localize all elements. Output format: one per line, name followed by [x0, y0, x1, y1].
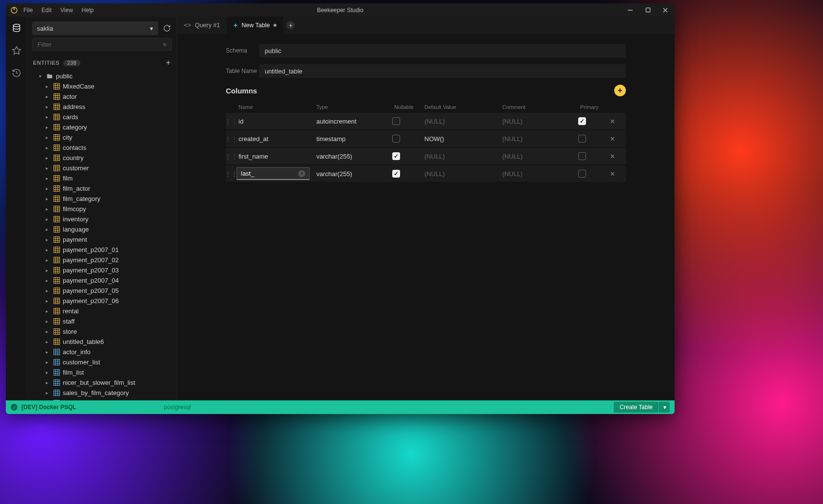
table-node[interactable]: ▸customer [27, 163, 177, 173]
table-node[interactable]: ▸country [27, 153, 177, 163]
table-node[interactable]: ▸payment_p2007_03 [27, 265, 177, 275]
create-table-dropdown[interactable]: ▾ [659, 402, 670, 413]
remove-column-button[interactable]: ✕ [603, 135, 622, 143]
column-type[interactable]: varchar(255) [314, 170, 392, 178]
table-node[interactable]: ▸film_category [27, 194, 177, 204]
table-node[interactable]: ▸payment_p2007_06 [27, 296, 177, 306]
column-default[interactable]: (NULL) [422, 170, 500, 178]
menu-view[interactable]: View [60, 7, 73, 14]
primary-checkbox[interactable] [578, 152, 586, 160]
view-node[interactable]: ▸sales_by_film_category [27, 388, 177, 398]
table-node[interactable]: ▸contacts [27, 143, 177, 153]
table-node[interactable]: ▸cards [27, 112, 177, 122]
view-node[interactable]: ▸customer_list [27, 357, 177, 367]
table-node[interactable]: ▸payment_p2007_02 [27, 255, 177, 265]
table-node[interactable]: ▸filmcopy [27, 204, 177, 214]
column-type[interactable]: varchar(255) [314, 153, 392, 160]
add-column-button[interactable]: + [614, 85, 626, 96]
schema-node[interactable]: ▾ public [27, 71, 177, 81]
menu-file[interactable]: File [23, 7, 33, 14]
column-comment[interactable]: (NULL) [500, 170, 578, 178]
table-node[interactable]: ▸payment_p2007_05 [27, 286, 177, 296]
view-node[interactable]: ▸actor_info [27, 347, 177, 357]
create-table-button[interactable]: Create Table [614, 402, 658, 413]
table-icon [53, 318, 60, 324]
schema-input[interactable]: public [259, 44, 626, 57]
remove-column-button[interactable]: ✕ [603, 153, 622, 160]
columns-table: Name Type Nullable Default Value Comment… [226, 101, 626, 182]
menu-edit[interactable]: Edit [41, 7, 52, 14]
tab-new-table[interactable]: + New Table [227, 17, 283, 34]
add-entity-button[interactable]: + [166, 58, 171, 67]
column-name[interactable]: created_at [237, 135, 314, 143]
table-node[interactable]: ▸film_actor [27, 183, 177, 194]
table-node[interactable]: ▸payment_p2007_01 [27, 245, 177, 255]
remove-column-button[interactable]: ✕ [603, 170, 622, 178]
clear-icon[interactable]: ✕ [298, 170, 305, 177]
view-node[interactable]: ▸film_list [27, 367, 177, 378]
table-node[interactable]: ▸MixedCase [27, 81, 177, 91]
connection-select[interactable]: saklia ▾ [32, 21, 158, 35]
table-node[interactable]: ▸inventory [27, 214, 177, 224]
table-node[interactable]: ▸category [27, 122, 177, 132]
star-icon[interactable] [11, 45, 22, 56]
table-node[interactable]: ▸actor [27, 91, 177, 102]
column-type[interactable]: autoincrement [314, 118, 392, 125]
table-node[interactable]: ▸payment [27, 234, 177, 245]
filter-menu-icon[interactable]: ≡ [163, 41, 166, 48]
column-comment[interactable]: (NULL) [500, 153, 578, 160]
app-logo-icon [10, 6, 18, 15]
primary-checkbox[interactable] [578, 170, 586, 178]
view-node[interactable]: ▸nicer_but_slower_film_list [27, 378, 177, 388]
filter-input[interactable]: Filter ≡ [32, 38, 172, 51]
column-type[interactable]: timestamp [314, 135, 392, 143]
drag-handle-icon[interactable]: ⋮⋮ [226, 170, 237, 178]
tab-query[interactable]: <> Query #1 [177, 17, 227, 34]
status-connection[interactable]: ✓ [DEV] Docker PSQL [11, 404, 76, 411]
table-node[interactable]: ▸untitled_table6 [27, 337, 177, 347]
chevron-right-icon: ▸ [46, 319, 52, 324]
view-node[interactable]: ▸sales_by_store [27, 398, 177, 400]
svg-rect-78 [54, 227, 59, 233]
table-node[interactable]: ▸city [27, 132, 177, 143]
svg-rect-123 [54, 319, 59, 324]
column-name-input[interactable]: ✕ [237, 167, 310, 180]
table-node[interactable]: ▸rental [27, 306, 177, 316]
drag-handle-icon[interactable]: ⋮⋮ [226, 135, 237, 143]
table-icon [53, 134, 60, 141]
history-icon[interactable] [11, 67, 22, 79]
drag-handle-icon[interactable]: ⋮⋮ [226, 118, 237, 125]
close-button[interactable] [660, 5, 671, 16]
nullable-checkbox[interactable] [392, 152, 400, 160]
table-node[interactable]: ▸language [27, 224, 177, 234]
primary-checkbox[interactable] [578, 135, 586, 143]
column-name[interactable]: first_name [237, 153, 314, 160]
menu-help[interactable]: Help [82, 7, 94, 14]
nullable-checkbox[interactable] [392, 170, 400, 178]
drag-handle-icon[interactable]: ⋮⋮ [226, 153, 237, 160]
column-comment[interactable]: (NULL) [500, 135, 578, 143]
nullable-checkbox[interactable] [392, 135, 400, 143]
table-node[interactable]: ▸store [27, 326, 177, 337]
chevron-right-icon: ▸ [46, 308, 52, 314]
table-node[interactable]: ▸address [27, 102, 177, 112]
table-name-input[interactable]: untitled_table [259, 64, 626, 78]
database-icon[interactable] [11, 22, 22, 34]
new-tab-button[interactable]: + [283, 17, 298, 34]
entity-tree[interactable]: ▾ public ▸MixedCase▸actor▸address▸cards▸… [27, 71, 177, 400]
refresh-icon[interactable] [162, 23, 172, 33]
column-comment[interactable]: (NULL) [500, 118, 578, 125]
table-node[interactable]: ▸staff [27, 316, 177, 326]
column-default[interactable]: NOW() [422, 135, 500, 143]
column-default[interactable]: (NULL) [422, 153, 500, 160]
maximize-button[interactable] [642, 5, 653, 16]
column-default[interactable]: (NULL) [422, 118, 500, 125]
remove-column-button[interactable]: ✕ [603, 118, 622, 125]
table-node[interactable]: ▸film [27, 173, 177, 183]
nullable-checkbox[interactable] [392, 117, 400, 125]
table-node[interactable]: ▸payment_p2007_04 [27, 275, 177, 286]
column-name[interactable]: id [237, 118, 314, 125]
chevron-right-icon: ▸ [46, 145, 52, 150]
primary-checkbox[interactable] [578, 117, 586, 125]
minimize-button[interactable] [625, 5, 636, 16]
